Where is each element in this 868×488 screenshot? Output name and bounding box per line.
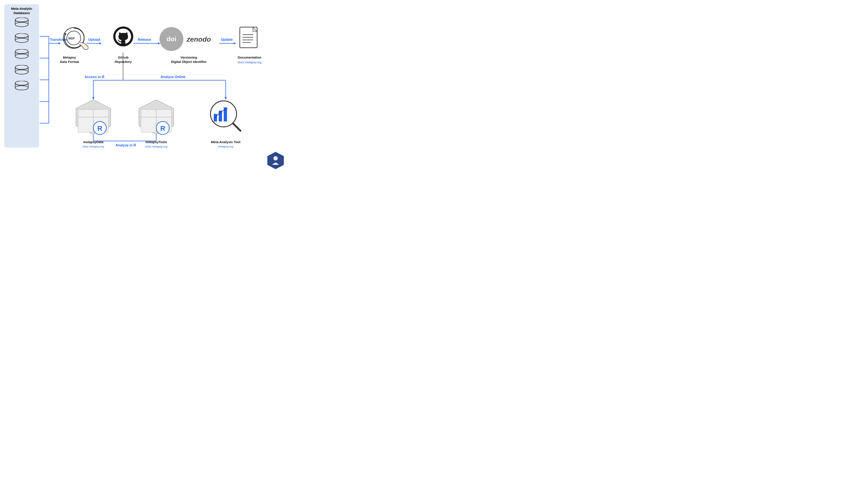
database-icons bbox=[6, 18, 37, 93]
versioning-label2: Digital Object Identifier bbox=[171, 60, 207, 64]
metapsy-tools-link: tools.metapsy.org bbox=[145, 145, 167, 148]
documentation-link: docs.metapsy.org bbox=[238, 61, 261, 64]
svg-marker-32 bbox=[158, 42, 160, 44]
metapsy-data-link: data.metapsy.org bbox=[83, 145, 104, 148]
left-panel: Meta-Analytic Databases bbox=[4, 4, 39, 148]
svg-point-18 bbox=[15, 86, 28, 90]
diagram-container: Meta-Analytic Databases bbox=[0, 0, 304, 171]
svg-marker-48 bbox=[64, 33, 67, 36]
svg-point-50 bbox=[113, 27, 133, 46]
analyze-in-r-label: Analyze in R bbox=[116, 143, 136, 147]
svg-marker-60 bbox=[76, 100, 111, 134]
github-label1: Github bbox=[118, 56, 128, 59]
svg-marker-77 bbox=[267, 152, 284, 169]
svg-rect-75 bbox=[224, 107, 227, 122]
svg-point-64 bbox=[93, 122, 106, 134]
github-label2: Repository bbox=[115, 60, 132, 64]
database-icon-5 bbox=[14, 81, 29, 93]
svg-text:R: R bbox=[160, 125, 165, 132]
meta-analysis-tool-link: metapsy.org bbox=[218, 145, 234, 148]
svg-point-70 bbox=[156, 122, 169, 134]
svg-marker-38 bbox=[92, 97, 94, 100]
svg-marker-34 bbox=[234, 42, 236, 44]
svg-marker-28 bbox=[59, 42, 61, 44]
svg-rect-67 bbox=[141, 109, 172, 132]
left-panel-title: Meta-Analytic Databases bbox=[6, 6, 37, 15]
svg-line-76 bbox=[233, 124, 241, 131]
metapsy-data-format-label2: Data Format bbox=[60, 60, 79, 64]
access-in-r-label: Access in R bbox=[85, 75, 104, 79]
tape-measure-icon: MDF bbox=[63, 28, 88, 50]
database-icon-2 bbox=[14, 33, 29, 45]
svg-marker-55 bbox=[253, 27, 257, 31]
github-icon bbox=[113, 27, 133, 46]
svg-text:zenodo: zenodo bbox=[186, 35, 211, 43]
documentation-label: Documentation bbox=[238, 56, 261, 59]
metapsy-tools-label: metapsyTools bbox=[145, 140, 167, 144]
transform-label: Transform bbox=[50, 38, 67, 41]
versioning-label1: Versioning bbox=[181, 56, 197, 59]
svg-point-47 bbox=[67, 31, 81, 45]
svg-marker-30 bbox=[99, 42, 101, 44]
doi-zenodo-icon: doi zenodo bbox=[159, 27, 211, 51]
svg-point-6 bbox=[15, 38, 28, 42]
database-icon-3 bbox=[14, 49, 29, 61]
svg-point-2 bbox=[15, 22, 28, 27]
svg-point-10 bbox=[15, 54, 28, 58]
svg-rect-54 bbox=[240, 27, 257, 48]
documentation-icon bbox=[240, 27, 257, 48]
database-icon-4 bbox=[14, 65, 29, 77]
svg-marker-45 bbox=[155, 131, 157, 134]
metapsy-logo: METAPSY bbox=[267, 152, 304, 169]
svg-point-46 bbox=[63, 28, 84, 48]
svg-point-78 bbox=[273, 156, 278, 161]
svg-rect-74 bbox=[219, 110, 222, 122]
update-label: Update bbox=[221, 38, 232, 41]
metapsy-data-icon: R bbox=[76, 100, 111, 134]
svg-rect-73 bbox=[214, 114, 217, 122]
svg-point-14 bbox=[15, 70, 28, 74]
release-label: Release bbox=[138, 38, 151, 41]
upload-label: Upload bbox=[88, 38, 100, 41]
svg-marker-41 bbox=[225, 97, 227, 100]
database-icon-1 bbox=[14, 18, 29, 30]
svg-point-51 bbox=[159, 27, 183, 51]
analyze-online-label: Analyze Online bbox=[161, 75, 186, 79]
svg-rect-61 bbox=[78, 109, 108, 132]
svg-text:R: R bbox=[97, 125, 102, 132]
metapsy-data-format-label1: Metapsy bbox=[63, 56, 76, 59]
metapsy-tools-icon: R bbox=[139, 100, 174, 134]
svg-point-72 bbox=[211, 101, 237, 127]
meta-analysis-tool-label: Meta-Analysis Tool bbox=[211, 140, 241, 144]
main-diagram-svg: Transform Upload Release Update Access i… bbox=[0, 0, 304, 171]
svg-text:doi: doi bbox=[167, 35, 177, 42]
svg-marker-66 bbox=[139, 100, 174, 134]
meta-analysis-tool-icon bbox=[211, 101, 241, 131]
svg-text:MDF: MDF bbox=[68, 37, 75, 40]
metapsy-data-label: metapsyData bbox=[83, 140, 103, 144]
